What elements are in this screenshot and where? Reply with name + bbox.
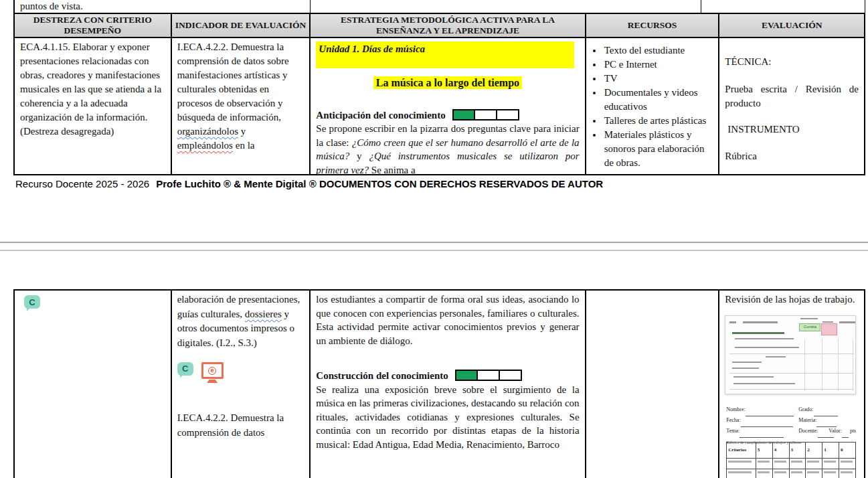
instrumento-label: INSTRUMENTO [725,123,859,137]
recursos-item: TV [603,72,713,86]
field-line [842,432,849,438]
monitor-e-letter: e [208,367,216,375]
progress-indicator [452,109,519,121]
recursos-item: PC e Internet [603,58,713,72]
misspelled-word-blue: organizándolos [177,126,238,137]
ws-rule [729,373,854,374]
monitor-e-icon: e [201,362,224,379]
revision-text: Revisión de las hojas de trabajo. [725,293,859,307]
field-label: Valor: [829,428,842,434]
indicador-repeat-text: I.ECA.4.2.2. Demuestra la comprensión de… [177,411,305,440]
comment-c-icon: C [24,295,40,309]
field-label: Docente: [798,428,818,434]
cell-indicador: I.ECA.4.2.2. Demuestra la comprensión de… [172,38,311,174]
ws-grid-line [853,339,853,391]
ws-detail [733,376,774,378]
ws-detail [735,338,794,339]
document-canvas: puntos de vista. DESTREZA CON CRITERIO D… [0,0,868,478]
field-label: Materia: [798,417,816,423]
cell-recursos-page2-empty [586,291,720,478]
ws-consta-cell: Consta [799,323,820,331]
lesson-plan-table-page1: puntos de vista. DESTREZA CON CRITERIO D… [13,0,865,175]
comment-c-letter: C [29,295,35,309]
ws-detail [839,321,855,323]
remnant-text: puntos de vista. [20,1,83,11]
ws-section-title [732,332,784,334]
rubric-header: 2 [806,443,822,459]
comment-c-letter: C [182,362,188,376]
rubric-header: Criterios [727,443,756,459]
phase-anticipacion: Anticipación del conocimiento [316,108,579,123]
lesson-title-line: La música a lo largo del tiempo [316,76,579,90]
source-icons-row: C e [177,362,305,379]
field-label: Fecha: [726,417,740,423]
ws-detail [822,321,833,323]
rubric-header: 3 [789,443,806,459]
phase-construccion: Construcción del conocimiento [316,369,579,383]
cell-destreza: ECA.4.1.15. Elaborar y exponer presentac… [15,38,172,174]
misspelled-word-blue: dossieres [245,309,282,319]
footer-edition: Recurso Docente 2025 - 2026 [15,178,149,189]
remnant-cell-empty-right [701,0,865,13]
tecnica-label: TÉCNICA: [725,55,859,69]
para-mid: y [349,151,369,161]
indicador-text: I.ECA.4.2.2. Demuestra la comprensión de… [177,42,289,123]
field-label: Tema: [726,428,740,434]
remnant-cell-empty [311,0,701,13]
ws-rule [729,389,854,390]
cell-evaluacion: TÉCNICA: Prueba escrita / Revisión de pr… [719,38,865,174]
header-destreza: DESTREZA CON CRITERIO DESEMPEÑO [15,14,172,37]
header-evaluacion: EVALUACIÓN [719,14,865,37]
field-label: pts [850,428,856,434]
phase-anticipacion-label: Anticipación del conocimiento [316,110,445,121]
ws-grid-line [822,339,822,391]
progress-segment-empty [475,110,497,119]
ws-grid-line [838,339,839,391]
progress-segment-filled [454,110,476,119]
indicador-sep: y [238,126,246,137]
header-indicador: INDICADOR DE EVALUACIÓN [172,14,311,37]
footer-copyright: Profe Luchito ® & Mente Digital ® DOCUME… [156,178,603,189]
instrumento-value: Rúbrica [725,149,859,163]
lesson-plan-table-page2: C elaboración de presentaciones, guías c… [13,289,865,478]
progress-segment-filled [456,371,479,380]
recursos-item: Documentales y videos educativos [603,86,713,114]
lesson-title-highlight: La música a lo largo del tiempo [373,76,522,89]
page2-top-edge [0,250,868,251]
rubric-header: 5 [756,443,772,459]
table-body-row-page2: C elaboración de presentaciones, guías c… [13,289,865,478]
rubric-header: 4 [772,443,789,459]
ws-detail [732,368,759,369]
ws-detail [735,347,799,348]
rubric-header: 1 [822,443,839,459]
ws-detail [800,318,818,319]
progress-segment-empty [478,371,500,380]
ws-field-valor: Valor: pts [829,424,856,438]
ws-pink-cell [821,323,837,335]
anticipacion-paragraph: Se propone escribir en la pizarra dos pr… [316,122,579,174]
ws-rule [729,353,854,354]
worksheet-image-checklist: Consta [725,315,856,394]
previous-row-remnant: puntos de vista. [13,0,865,13]
cell-indicador-page2: elaboración de presentaciones, guías cul… [172,291,311,478]
worksheet-image-rubric: Nombre: Grado: Fecha: Materia: Tema: [725,398,856,478]
progress-segment-empty [497,110,518,119]
unit-title-highlight: Unidad 1. Días de música [316,42,574,68]
table-body-row-page1: ECA.4.1.15. Elaborar y exponer presentac… [13,38,865,175]
ws-detail [729,321,736,323]
cell-recursos: Texto del estudiante PC e Internet TV Do… [586,38,720,174]
ws-detail [732,362,762,363]
ws-detail [743,321,778,323]
misspelled-word-red: empleándolos [177,140,233,151]
comment-c-icon: C [177,362,193,376]
rubric-header-row: Criterios 5 4 3 2 1 0 [727,443,856,459]
cell-estrategia: Unidad 1. Días de música La música a lo … [311,38,586,174]
recursos-item: Texto del estudiante [603,44,713,58]
rubric-row [727,469,856,478]
rubric-table: Criterios 5 4 3 2 1 0 [726,442,856,478]
recursos-list: Texto del estudiante PC e Internet TV Do… [592,44,713,170]
rubric-row [727,459,856,469]
field-label: Nombre: [726,406,745,412]
remnant-cell-text: puntos de vista. [15,0,311,13]
phase-construccion-label: Construcción del conocimiento [316,370,448,381]
